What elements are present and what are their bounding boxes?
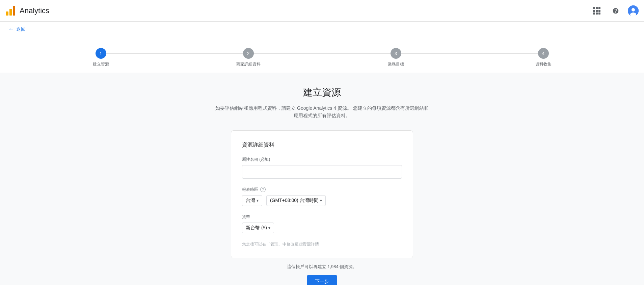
account-info: 這個帳戶可以再建立 1,984 個資源。	[287, 264, 357, 270]
apps-button[interactable]	[590, 4, 603, 18]
timezone-country-select[interactable]: 台灣 ▾	[242, 195, 262, 206]
step-4-circle: 4	[538, 48, 549, 59]
step-1: 1 建立資源	[27, 48, 175, 67]
timezone-value-text: (GMT+08:00) 台灣時間	[270, 198, 319, 204]
main-content: 建立資源 如要評估網站和應用程式資料，請建立 Google Analytics …	[0, 73, 644, 285]
avatar[interactable]	[628, 5, 639, 16]
svg-point-4	[632, 8, 635, 11]
currency-select[interactable]: 新台幣 ($) ▾	[242, 223, 274, 233]
svg-rect-0	[6, 11, 8, 16]
header-left: Analytics	[5, 5, 49, 16]
step-3: 3 業務目標	[322, 48, 469, 67]
back-arrow-icon: ←	[8, 26, 14, 33]
form-card-title: 資源詳細資料	[242, 141, 402, 149]
grid-icon	[593, 7, 600, 15]
timezone-row: 台灣 ▾ (GMT+08:00) 台灣時間 ▾	[242, 195, 402, 206]
svg-rect-2	[13, 6, 15, 16]
timezone-field: 報表時區 ? 台灣 ▾ (GMT+08:00) 台灣時間 ▾	[242, 187, 402, 206]
step-1-label: 建立資源	[93, 61, 109, 67]
help-button[interactable]	[609, 4, 622, 18]
timezone-country-value: 台灣	[246, 198, 255, 204]
back-nav[interactable]: ← 返回	[0, 22, 644, 37]
timezone-help-icon[interactable]: ?	[260, 187, 266, 192]
page-description: 如要評估網站和應用程式資料，請建立 Google Analytics 4 資源。…	[214, 104, 430, 120]
property-name-field: 屬性名稱 (必填)	[242, 157, 402, 179]
svg-rect-1	[9, 9, 12, 16]
next-button[interactable]: 下一步	[307, 275, 337, 285]
step-1-circle: 1	[96, 48, 106, 59]
step-3-circle: 3	[391, 48, 401, 59]
property-name-input[interactable]	[242, 165, 402, 179]
currency-value-text: 新台幣 ($)	[246, 225, 267, 231]
currency-chevron: ▾	[268, 226, 270, 230]
analytics-logo	[5, 5, 16, 16]
property-name-label: 屬性名稱 (必填)	[242, 157, 402, 162]
step-2-circle: 2	[243, 48, 254, 59]
currency-field: 貨幣 新台幣 ($) ▾	[242, 214, 402, 233]
page-title: 建立資源	[303, 86, 341, 99]
step-4: 4 資料收集	[469, 48, 617, 67]
step-2: 2 商家詳細資料	[175, 48, 322, 67]
currency-label: 貨幣	[242, 214, 402, 220]
back-label: 返回	[16, 26, 26, 32]
timezone-value-chevron: ▾	[320, 198, 322, 203]
step-3-label: 業務目標	[388, 61, 404, 67]
timezone-value-select[interactable]: (GMT+08:00) 台灣時間 ▾	[266, 195, 326, 206]
timezone-country-chevron: ▾	[257, 198, 259, 203]
step-4-label: 資料收集	[535, 61, 552, 67]
form-note: 您之後可以在「管理」中修改這些資源詳情	[242, 241, 402, 247]
form-card: 資源詳細資料 屬性名稱 (必填) 報表時區 ? 台灣 ▾ (GMT+08:00)…	[231, 130, 413, 258]
header-right	[590, 4, 639, 18]
app-title: Analytics	[20, 6, 49, 15]
step-2-label: 商家詳細資料	[236, 61, 261, 67]
header: Analytics	[0, 0, 644, 22]
timezone-label-row: 報表時區 ?	[242, 187, 402, 192]
timezone-label: 報表時區	[242, 187, 258, 192]
stepper: 1 建立資源 2 商家詳細資料 3 業務目標 4 資料收集	[0, 37, 644, 73]
